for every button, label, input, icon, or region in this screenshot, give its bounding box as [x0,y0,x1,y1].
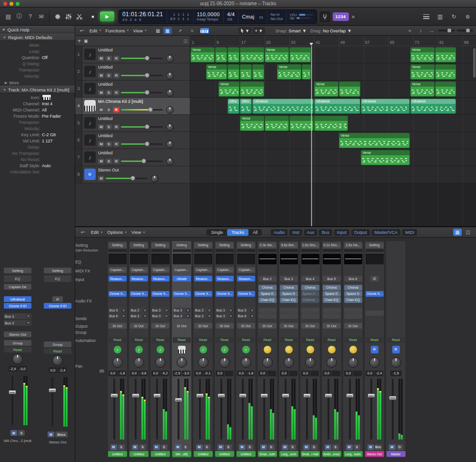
track-solo-button[interactable]: S [106,107,112,112]
volume-readout[interactable]: 0,0 [49,367,57,373]
playhead-marker[interactable] [309,43,313,46]
automation-mode-button[interactable]: Read [194,337,212,343]
empty-send-slot[interactable] [323,313,341,319]
track-mute-button[interactable]: M [98,107,104,112]
midi-region[interactable]: Verse [218,81,240,97]
fader-cap[interactable] [110,393,118,398]
audio-fx-slot[interactable]: Ozone 9... [130,291,148,297]
audio-fx-slot[interactable]: Ozone 9... [109,291,127,297]
input-slot[interactable]: Bus 5 [323,276,341,281]
browsers-icon[interactable]: ◍ [462,11,473,22]
input-slot[interactable]: ⊘ [52,296,63,302]
solo-button[interactable]: S [354,444,360,450]
pan-knob[interactable] [284,357,294,368]
inspector-channel-strip[interactable]: SettingEQ⊘Ozone 9 ElGroupRead0,0-2,4MBnc… [44,268,71,462]
empty-send-slot[interactable] [323,308,341,313]
back-arrow-icon[interactable]: ↩ [79,227,87,238]
lcd-display[interactable]: 01:01:26:01.21 40 2 4 9 1 1 1 1 89 1 1 1… [119,10,317,24]
lcd-division[interactable]: /16 [227,17,235,21]
fader-cap[interactable] [367,393,375,398]
track-mute-button[interactable]: M [98,124,104,130]
input-slot[interactable]: Bus 4 [301,276,319,281]
channel-setting-button[interactable]: 0.3s Wo... [258,242,277,248]
track-mute-button[interactable]: M [98,159,104,164]
pan-knob[interactable] [219,357,230,368]
pan-knob[interactable] [327,357,337,368]
lcd-tempo-section[interactable]: 110,0000 Keep Tempo [194,10,224,23]
mixer-channel-strip[interactable]: 2.6s Ha...Bus 6ChorusSpace DChan EQSt Ou… [343,241,363,458]
bar-ruler[interactable]: 1917253341495765738189 [190,36,476,46]
filter-bus[interactable]: Bus [319,229,332,236]
volume-readout[interactable]: 0,0 [194,371,203,376]
automation-mode-button[interactable]: Read [258,337,277,343]
stop-button[interactable]: ■ [88,12,98,21]
eq-display[interactable] [130,254,148,264]
track-header[interactable]: 4MA Chroma Kit 2 [multi]MSR [75,98,190,115]
track-solo-button[interactable]: S [106,141,112,147]
midi-fx-slot[interactable]: Captain De [4,284,31,290]
volume-readout[interactable]: 0,0 [130,371,139,376]
send-slot[interactable]: Bus 3 [216,308,234,313]
eq-display[interactable] [344,254,362,264]
output-slot[interactable]: St Out [109,323,127,329]
send-level-knob[interactable] [229,314,233,318]
inspector-icon[interactable]: ⓘ [14,11,25,22]
eq-display[interactable] [109,254,127,264]
volume-readout[interactable]: 0,0 [258,371,267,376]
channel-setting-button[interactable]: Setting [237,242,255,248]
eq-display[interactable] [258,254,277,264]
send-slot[interactable]: Bus 5 [237,308,255,313]
send-level-knob[interactable] [143,309,147,312]
input-slot[interactable]: Reason... [151,276,169,281]
mixer-channel-strip[interactable]: 1.6s Sho...Bus 4ChorusSpace D...Channel.… [300,241,320,458]
output-slot[interactable]: St Out [216,323,234,329]
track-record-button[interactable]: R [113,90,119,95]
track-solo-button[interactable]: S [106,73,112,78]
track-header[interactable]: 7♪UntitledMSR [75,149,190,166]
lcd-io-section[interactable]: No In No Out [267,10,286,23]
midi-region[interactable]: Verse [265,47,289,62]
fader-cap[interactable] [153,393,161,398]
audio-fx-slot[interactable]: Space D [323,291,341,297]
solo-button[interactable]: S [311,444,317,450]
filter-midi[interactable]: MIDI [402,229,417,236]
midi-region[interactable]: Verse [277,64,301,80]
track-solo-button[interactable]: S [106,124,112,130]
filter-audio[interactable]: Audio [271,229,288,236]
channel-name[interactable]: Smal...ooth [258,451,277,457]
channel-setting-button[interactable]: 6.6s Bot... [280,242,298,248]
mute-button[interactable]: M [282,444,288,450]
play-button[interactable]: ▶ [100,11,114,21]
fader-cap[interactable] [196,393,204,398]
horizontal-zoom-slider[interactable] [457,30,473,31]
snap-selector[interactable]: Snap: Smart ▼ [276,28,307,33]
output-slot[interactable]: St Out [151,323,169,329]
mixer-mode-tracks[interactable]: Tracks [227,229,248,236]
midi-region[interactable]: Verse [410,64,435,80]
mute-button[interactable]: M [389,444,396,450]
settings-gear-icon[interactable] [52,11,63,22]
volume-readout[interactable]: 0,0 [151,371,160,376]
mixer-channel-strip[interactable]: 0.1s Sho...Bus 5ChorusSpace DChan EQSt O… [321,241,342,458]
inspector-param-row[interactable]: Vel Limit:1 127 [0,138,75,144]
eq-display[interactable]: EQ [44,275,71,282]
close-window-button[interactable] [3,2,7,6]
audio-fx-slot[interactable]: Channel... [301,297,319,303]
inspector-param-row[interactable]: Quantize:Off [0,54,75,60]
midi-fx-slot[interactable]: Captain... [237,267,255,273]
audio-fx-slot[interactable]: Space D [344,291,362,297]
audio-fx-slot[interactable]: Ozone 9... [194,291,212,297]
send-slot[interactable]: Bus 3 [4,320,31,326]
midi-region[interactable] [215,47,227,62]
fader-cap[interactable] [218,393,225,398]
input-slot[interactable]: Reason... [194,276,212,281]
midi-region[interactable]: Verse [314,81,338,97]
channel-name[interactable]: MA...ulti] [172,451,191,457]
audio-fx-slot[interactable]: Chorus [258,285,277,291]
quick-help-icon[interactable]: ? [25,11,36,22]
mixer-channel-strip[interactable]: SettingCaptain...Reason...Ozone 9...Bus … [129,241,149,458]
midi-region[interactable] [240,47,264,62]
solo-button[interactable]: S [247,444,253,450]
audio-fx-slot[interactable]: Space D [280,291,298,297]
audio-fx-slot[interactable]: Chorus [344,285,362,291]
